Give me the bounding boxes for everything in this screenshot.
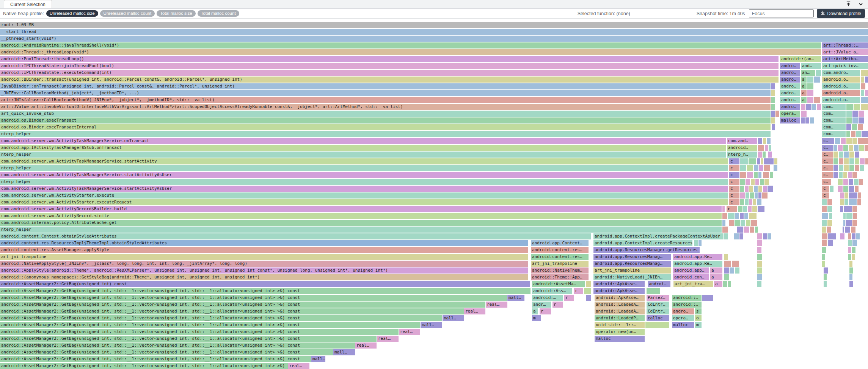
focus-input[interactable] xyxy=(749,9,814,17)
flame-sliver[interactable] xyxy=(586,295,591,301)
flame-bar[interactable]: android::LoadedP… xyxy=(595,315,645,321)
flame-bar[interactable]: android::Thread::_threadLoop(void*) xyxy=(0,49,821,55)
flame-sliver[interactable] xyxy=(839,158,843,164)
flame-bar[interactable]: android.content.res… xyxy=(531,247,589,253)
flame-sliver[interactable] xyxy=(838,145,843,151)
flame-sliver[interactable] xyxy=(824,281,827,287)
flame-bar[interactable]: android.o… xyxy=(822,77,860,83)
flame-sliver[interactable] xyxy=(749,158,756,164)
flame-bar[interactable]: nterp_helper xyxy=(0,152,726,158)
flame-bar[interactable]: android::NativeLoad(_JNIEn… xyxy=(593,274,671,280)
flame-sliver[interactable] xyxy=(852,117,858,124)
flame-sliver[interactable] xyxy=(861,104,868,110)
flame-sliver[interactable] xyxy=(807,97,813,103)
flame-bar[interactable]: art_jni_trampoline xyxy=(531,261,589,267)
flame-sliver[interactable] xyxy=(839,152,843,158)
flame-bar[interactable]: nterp_helper xyxy=(0,227,722,233)
flame-sliver[interactable] xyxy=(764,179,769,185)
flame-sliver[interactable] xyxy=(855,165,859,171)
flame-bar[interactable]: com.android.server.wm.ActivityStarter.ex… xyxy=(0,199,728,205)
flame-sliver[interactable] xyxy=(852,206,857,212)
flame-sliver[interactable] xyxy=(748,206,752,212)
flame-sliver[interactable] xyxy=(865,145,868,151)
flame-sliver[interactable] xyxy=(860,158,865,164)
flame-bar[interactable]: com.android.server.wm.ActivityTaskManage… xyxy=(0,186,728,192)
flame-sliver[interactable] xyxy=(845,227,850,233)
flame-sliver[interactable] xyxy=(839,172,843,178)
flame-sliver[interactable] xyxy=(757,158,760,164)
flame-sliver[interactable] xyxy=(730,267,734,274)
flame-bar[interactable]: c xyxy=(822,186,829,192)
flame-sliver[interactable] xyxy=(828,240,833,246)
flame-sliver[interactable] xyxy=(829,213,832,219)
flame-sliver[interactable] xyxy=(763,172,769,178)
flame-bar[interactable]: c… xyxy=(822,165,833,171)
flame-bar[interactable]: andro… xyxy=(780,90,800,96)
flame-sliver[interactable] xyxy=(757,267,762,274)
flame-sliver[interactable] xyxy=(849,261,852,267)
mode-button[interactable]: Total malloc count xyxy=(198,10,239,17)
flame-bar[interactable]: android::AssetManager2::GetBag(unsigned … xyxy=(0,281,530,287)
flame-bar[interactable]: art_jni_trampoline xyxy=(0,254,528,260)
flame-bar[interactable]: android::ApplyStyle(android::Theme*, and… xyxy=(0,267,528,274)
flame-sliver[interactable] xyxy=(757,233,762,239)
flame-sliver[interactable] xyxy=(739,233,743,239)
flame-sliver[interactable] xyxy=(851,131,855,137)
flame-bar[interactable]: _JNIEnv::CallBooleanMethod(_jobject*, _j… xyxy=(0,90,771,96)
flame-sliver[interactable] xyxy=(771,83,775,89)
flame-bar[interactable]: real… xyxy=(288,363,309,369)
flame-sliver[interactable] xyxy=(750,227,754,233)
flame-sliver[interactable] xyxy=(771,117,775,124)
flame-sliver[interactable] xyxy=(751,179,755,185)
flame-bar[interactable]: calloc xyxy=(647,315,669,321)
flame-bar[interactable]: android.app.Context… xyxy=(531,240,589,246)
flame-sliver[interactable] xyxy=(752,206,757,212)
flame-bar[interactable]: android::AssetManager2::GetBag(unsigned … xyxy=(0,363,288,369)
flame-bar[interactable]: com… xyxy=(822,104,846,110)
flame-bar[interactable]: android:… xyxy=(532,295,563,301)
flame-bar[interactable]: com.android.server.wm.ActivityTaskManage… xyxy=(0,138,726,144)
flame-bar[interactable]: com… xyxy=(822,124,846,130)
flame-sliver[interactable] xyxy=(724,267,729,274)
flame-bar[interactable]: android::AssetManager2::GetBag(unsigned … xyxy=(0,308,464,314)
flame-sliver[interactable] xyxy=(852,111,858,117)
flame-bar[interactable]: android::AssetManager2::GetBag(unsigned … xyxy=(0,302,485,308)
flame-sliver[interactable] xyxy=(754,172,758,178)
flame-sliver[interactable] xyxy=(849,152,854,158)
flame-sliver[interactable] xyxy=(770,172,773,178)
flame-bar[interactable]: mall… xyxy=(333,349,355,355)
flame-bar[interactable]: nterp_helper xyxy=(0,165,728,171)
flame-sliver[interactable] xyxy=(749,199,752,205)
flame-bar[interactable]: android::Ass… xyxy=(532,288,572,294)
flame-sliver[interactable] xyxy=(844,199,848,205)
flame-sliver[interactable] xyxy=(755,192,758,199)
flame-bar[interactable]: android::AssetManager2::GetBag(unsigned … xyxy=(0,288,531,294)
flame-bar[interactable]: com.android.server.wm.ActivityTaskManage… xyxy=(0,158,728,164)
flame-sliver[interactable] xyxy=(740,213,744,219)
flame-sliver[interactable] xyxy=(849,199,857,205)
flame-bar[interactable]: android.app.Re… xyxy=(673,261,722,267)
flame-sliver[interactable] xyxy=(838,186,843,192)
flame-sliver[interactable] xyxy=(843,179,848,185)
flame-sliver[interactable] xyxy=(774,165,777,171)
flame-bar[interactable]: android.app.ResourcesManag… xyxy=(593,261,671,267)
flame-bar[interactable]: root: 1.03 MB xyxy=(0,22,868,28)
flame-sliver[interactable] xyxy=(822,254,825,260)
flame-sliver[interactable] xyxy=(844,206,852,212)
flame-bar[interactable]: malloc xyxy=(672,322,694,328)
flame-sliver[interactable] xyxy=(827,199,832,205)
flame-bar[interactable]: com.and… xyxy=(727,138,757,144)
flame-bar[interactable]: mall… xyxy=(311,356,325,362)
flame-sliver[interactable] xyxy=(844,192,848,199)
flame-sliver[interactable] xyxy=(859,111,864,117)
flame-sliver[interactable] xyxy=(846,104,853,110)
flame-sliver[interactable] xyxy=(849,281,853,287)
flame-bar[interactable]: android.content.Context.obtainStyledAttr… xyxy=(0,233,591,239)
flame-sliver[interactable] xyxy=(848,254,851,260)
flame-sliver[interactable] xyxy=(805,117,809,124)
flame-sliver[interactable] xyxy=(865,158,868,164)
flame-bar[interactable]: r xyxy=(553,302,563,308)
flame-sliver[interactable] xyxy=(757,274,762,280)
flame-sliver[interactable] xyxy=(751,220,757,226)
flame-bar[interactable]: a xyxy=(801,90,807,96)
